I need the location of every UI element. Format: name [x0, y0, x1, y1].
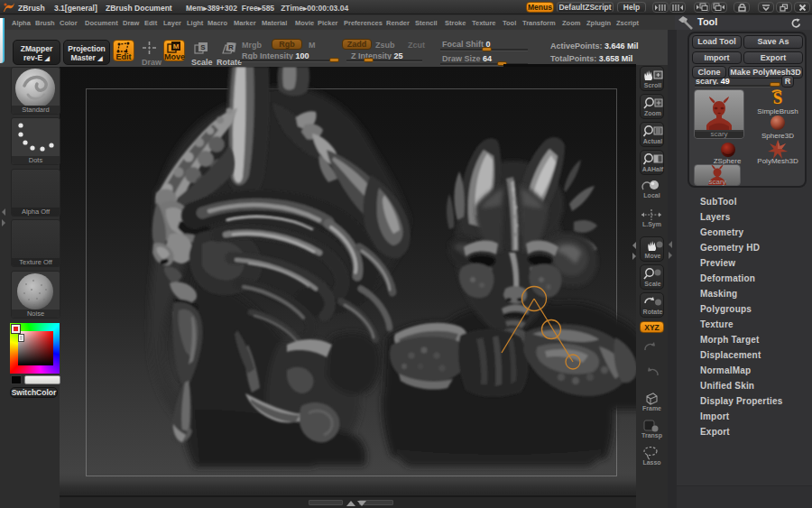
svg-text:R: R: [228, 43, 234, 51]
svg-text:M: M: [173, 42, 180, 51]
svg-text:S: S: [200, 43, 206, 51]
